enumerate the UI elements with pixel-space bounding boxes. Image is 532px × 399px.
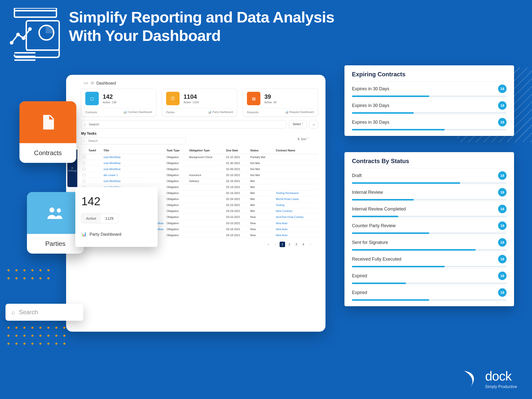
active-badge: Active 1125 (81, 213, 118, 223)
status-row[interactable]: Internal Review16 (352, 185, 507, 198)
table-row[interactable]: oval Workflow ObligationDelivery02-18-20… (81, 178, 318, 184)
svg-rect-1 (14, 8, 57, 11)
brand-logo: dock Simply Productive (460, 369, 517, 389)
stat-card-parties[interactable]: ⚿ 1104 Active 1103 Parties📊 Party Dashbo… (162, 89, 237, 116)
table-row[interactable]: oval Workflow Obligation02-09-2021Not Me… (81, 166, 318, 172)
expiring-row[interactable]: Expires in 30 Days16 (352, 115, 507, 128)
progress-bar (352, 129, 507, 130)
progress-bar (352, 216, 507, 217)
table-row[interactable]: oval Workflow Obligation01-30-2021Not Me… (81, 160, 318, 166)
party-dashboard-link[interactable]: 📊 Party Dashboard (81, 232, 152, 237)
bar-chart-icon: 📊 (81, 232, 87, 237)
progress-bar (352, 182, 507, 184)
search-button[interactable]: ⌕ (310, 120, 318, 128)
svg-point-7 (29, 28, 31, 30)
stat-number: 142 (103, 93, 116, 100)
svg-point-4 (10, 42, 13, 44)
tile-label: Contracts (19, 143, 76, 163)
dock-icon (460, 369, 480, 389)
analytics-icon (8, 8, 63, 63)
status-row[interactable]: Internal Review Completed16 (352, 201, 507, 215)
my-tasks-title: My Tasks (81, 131, 318, 135)
status-row[interactable]: Expired16 (352, 268, 507, 282)
page-2[interactable]: 2 (287, 242, 292, 247)
stat-cards: ▢ 142 Active 138 Contracts📊 Contract Das… (81, 89, 318, 116)
panel-title: Contracts By Status (352, 158, 507, 165)
dot-decoration (7, 327, 65, 345)
progress-bar (352, 199, 507, 200)
file-icon (19, 101, 76, 143)
svg-point-5 (17, 33, 19, 36)
refresh-icon[interactable]: ⟳ (91, 81, 94, 86)
global-search-input[interactable]: Search (81, 120, 286, 128)
document-icon: ▢ (85, 92, 99, 105)
hero: Simplify Reporting and Data Analysis Wit… (8, 8, 334, 63)
tasks-search-input[interactable]: Search (81, 137, 186, 144)
party-detail-card: 142 Active 1125 📊 Party Dashboard (75, 187, 158, 247)
table-row[interactable]: oval Workflow ObligationBackground Check… (81, 154, 318, 160)
panel-title: Expiring Contracts (352, 71, 507, 78)
stat-card-contracts[interactable]: ▢ 142 Active 138 Contracts📊 Contract Das… (81, 89, 156, 116)
chart-icon: 📊 Contract Dashboard (123, 110, 152, 114)
floating-search[interactable]: ⌕ Search (5, 304, 83, 321)
svg-rect-0 (14, 11, 57, 17)
message-icon: ▤ (247, 92, 260, 105)
row-radio[interactable] (83, 180, 86, 183)
svg-point-6 (22, 37, 25, 39)
stat-card-requests[interactable]: ▤ 39 Active 30 Requests📊 Request Dashboa… (243, 89, 318, 116)
hero-title-line1: Simplify Reporting and Data Analysis (69, 8, 334, 26)
party-number: 142 (81, 195, 152, 208)
contracts-by-status-panel: Contracts By Status Draft16 Internal Rev… (344, 152, 514, 306)
row-radio[interactable] (83, 174, 86, 177)
page-3[interactable]: 3 (294, 242, 299, 247)
table-row[interactable]: ate Lease 1 ObligationInsurance02-10-202… (81, 172, 318, 178)
svg-point-11 (49, 207, 54, 212)
tile-contracts[interactable]: Contracts (19, 101, 76, 163)
sort-button[interactable]: ⇅ Sort ˅ (297, 137, 309, 141)
row-radio[interactable] (83, 162, 86, 165)
progress-bar (352, 112, 507, 114)
svg-point-12 (57, 208, 61, 213)
row-radio[interactable] (83, 156, 86, 159)
progress-bar (352, 232, 507, 234)
status-row[interactable]: Counter Party Review16 (352, 218, 507, 231)
breadcrumb: >> ⟳ Dashboard (84, 81, 318, 86)
expiring-row[interactable]: Expires in 30 Days16 (352, 98, 507, 111)
progress-bar (352, 299, 507, 301)
page-prev[interactable]: ‹ (273, 242, 278, 247)
page-first[interactable]: « (266, 242, 271, 247)
progress-bar (352, 283, 507, 284)
expiring-contracts-panel: Expiring Contracts Expires in 30 Days16 … (344, 65, 514, 136)
select-dropdown[interactable]: Select ˅ (289, 120, 307, 128)
breadcrumb-label: Dashboard (97, 81, 116, 86)
search-icon: ⌕ (11, 309, 15, 316)
page-next[interactable]: › (308, 242, 313, 247)
progress-bar (352, 249, 507, 251)
breadcrumb-arrow: >> (84, 81, 88, 86)
hero-title-line2: With Your Dashboard (69, 26, 334, 45)
page-1[interactable]: 1 (280, 242, 285, 247)
status-row[interactable]: Expired16 (352, 285, 507, 298)
page-4[interactable]: 4 (301, 242, 306, 247)
row-radio[interactable] (83, 168, 86, 171)
svg-rect-2 (26, 21, 59, 50)
status-row[interactable]: Sent for Signature16 (352, 235, 507, 248)
expiring-row[interactable]: Expires in 30 Days16 (352, 81, 507, 95)
dot-decoration (7, 269, 49, 279)
status-row[interactable]: Draft16 (352, 168, 507, 181)
nav-settings[interactable]: ⚙Settings (68, 167, 77, 172)
progress-bar (352, 266, 507, 267)
status-row[interactable]: Received Fully Executed16 (352, 252, 507, 265)
progress-bar (352, 96, 507, 97)
key-icon: ⚿ (166, 92, 180, 105)
